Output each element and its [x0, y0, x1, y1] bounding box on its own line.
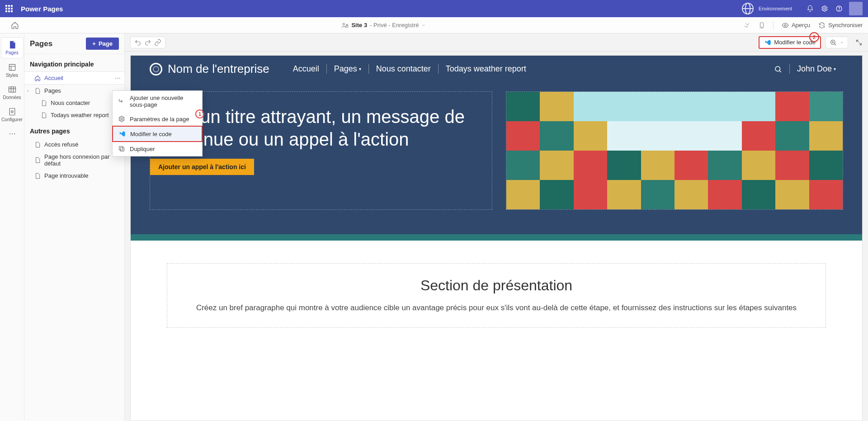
device-button[interactable]	[759, 22, 765, 29]
environment-picker[interactable]: Environnement	[741, 1, 792, 16]
pages-panel: Pages + Page Navigation principale Accue…	[24, 33, 125, 421]
plus-icon: +	[92, 40, 96, 47]
tree-item-label: Todays weather report	[51, 112, 109, 118]
svg-point-5	[343, 23, 345, 25]
tree-item-denied[interactable]: Accès refusé	[24, 138, 124, 151]
file-icon	[41, 100, 47, 106]
section-text: Créez un bref paragraphe qui montre à vo…	[185, 302, 807, 314]
brand-text: Nom de l'entreprise	[168, 62, 269, 76]
ellipsis-icon: ⋯	[9, 129, 16, 138]
tree-item-notfound[interactable]: Page introuvable	[24, 170, 124, 182]
file-icon	[34, 157, 41, 163]
main-nav-header: Navigation principale	[24, 54, 124, 71]
sync-label: Synchroniser	[828, 22, 863, 28]
ellipsis-icon[interactable]: ⋯	[115, 75, 121, 81]
nav-user[interactable]: John Doe▾	[789, 64, 843, 74]
settings-icon[interactable]	[817, 1, 832, 16]
notifications-icon[interactable]	[803, 1, 817, 16]
nav-link-pages[interactable]: Pages▾	[326, 64, 368, 74]
add-subpage-icon	[118, 98, 125, 105]
tree-item-accueil[interactable]: Accueil ⋯	[24, 71, 124, 85]
app-launcher-icon[interactable]	[5, 5, 13, 12]
brand-icon	[150, 63, 162, 76]
tree-item-weather[interactable]: Todays weather report	[24, 109, 124, 121]
file-icon	[34, 88, 41, 94]
gear-icon	[118, 115, 125, 123]
tree-item-contact[interactable]: Nous contacter	[24, 97, 124, 109]
hero-image-block[interactable]	[506, 91, 843, 210]
nav-link-label: Pages	[334, 64, 357, 74]
people-lock-icon	[341, 22, 349, 29]
preview-label: Aperçu	[792, 22, 810, 28]
titlebar: Power Pages Environnement	[0, 0, 868, 17]
link-icon[interactable]	[154, 39, 161, 46]
divider-band	[131, 234, 862, 241]
rail-data[interactable]: Données	[1, 82, 24, 103]
nav-link-accueil[interactable]: Accueil	[286, 64, 326, 74]
user-avatar[interactable]	[849, 2, 863, 15]
page-icon	[8, 40, 17, 49]
nav-link-contact[interactable]: Nous contacter	[368, 64, 438, 74]
nav-link-weather[interactable]: Todays weather report	[438, 64, 533, 74]
ctx-page-settings[interactable]: Paramètres de la page	[113, 112, 202, 126]
ctx-edit-code[interactable]: Modifier le code	[112, 126, 203, 142]
section-title: Section de présentation	[185, 277, 807, 294]
other-pages-header: Autres pages	[24, 121, 124, 138]
preview-button[interactable]: Aperçu	[782, 22, 810, 29]
tree-item-offline[interactable]: Page hors connexion par défaut	[24, 151, 124, 170]
zoom-icon[interactable]	[830, 39, 837, 46]
site-navbar: Nom de l'entreprise Accueil Pages▾ Nous …	[131, 56, 862, 82]
rail-pages[interactable]: Pages	[1, 37, 24, 58]
site-picker[interactable]: Site 3 - Privé - Enregistré	[24, 22, 743, 29]
rail-configure[interactable]: Configurer	[1, 104, 24, 125]
styles-icon	[8, 63, 17, 72]
svg-rect-11	[9, 87, 15, 92]
eye-icon	[782, 22, 789, 29]
copilot-icon	[743, 22, 750, 29]
help-icon[interactable]	[832, 1, 846, 16]
presentation-box[interactable]: Section de présentation Créez un bref pa…	[167, 263, 826, 328]
hero-cta-button[interactable]: Ajouter un appel à l'action ici	[150, 159, 254, 175]
file-icon	[34, 142, 41, 148]
svg-rect-10	[9, 64, 15, 70]
redo-icon[interactable]	[144, 39, 151, 46]
nav-link-label: Todays weather report	[446, 64, 526, 74]
tree-item-label: Nous contacter	[51, 99, 90, 106]
expand-icon[interactable]	[855, 39, 863, 46]
tree-item-label: Page hors connexion par défaut	[44, 153, 119, 167]
sync-button[interactable]: Synchroniser	[818, 22, 863, 29]
ctx-duplicate[interactable]: Dupliquer	[113, 142, 202, 156]
duplicate-icon	[118, 145, 125, 152]
svg-rect-17	[120, 147, 124, 151]
site-name: Site 3	[351, 22, 367, 28]
add-page-label: Page	[99, 40, 113, 47]
edit-code-label: Modifier le code	[774, 39, 816, 46]
sync-icon	[818, 22, 826, 29]
nav-search[interactable]	[767, 65, 789, 73]
rail-label: Pages	[5, 50, 18, 55]
add-page-button[interactable]: + Page	[86, 38, 119, 50]
canvas-toolbar: Modifier le code	[125, 33, 868, 52]
home-icon[interactable]	[11, 21, 19, 29]
chevron-right-icon[interactable]: ›	[27, 88, 28, 93]
mobile-icon	[759, 22, 765, 29]
svg-point-2	[824, 8, 826, 9]
copilot-button[interactable]	[743, 22, 750, 29]
tree-item-label: Pages	[44, 87, 61, 94]
rail-styles[interactable]: Styles	[1, 60, 24, 80]
globe-icon	[741, 1, 755, 16]
chevron-down-icon	[421, 23, 426, 28]
undo-icon[interactable]	[134, 39, 142, 46]
svg-point-8	[761, 27, 762, 27]
home-icon	[34, 75, 41, 81]
rail-more[interactable]: ⋯	[1, 127, 24, 141]
vscode-icon	[764, 39, 771, 46]
tree-item-pages[interactable]: › Pages	[24, 85, 124, 97]
site-brand[interactable]: Nom de l'entreprise	[150, 62, 269, 76]
ctx-add-subpage[interactable]: Ajouter une nouvelle sous-page	[113, 91, 202, 112]
hero-image	[506, 92, 843, 209]
chevron-down-icon[interactable]	[840, 40, 844, 45]
search-icon	[774, 65, 782, 73]
file-icon	[41, 112, 47, 118]
svg-point-13	[11, 111, 13, 113]
